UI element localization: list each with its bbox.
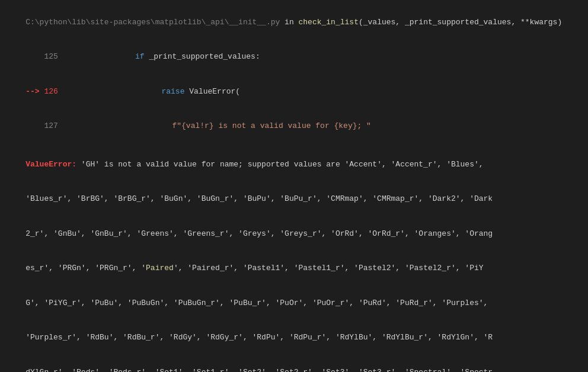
if-keyword: if <box>135 52 145 61</box>
fstring: f"{val!r} is not a valid value for {key}… <box>172 121 370 130</box>
error-cont-1: 'Blues_r', 'BrBG', 'BrBG_r', 'BuGn', 'Bu… <box>7 182 581 217</box>
raise-keyword: raise <box>161 87 184 96</box>
code-line-126-current: --> 126 raise ValueError( <box>7 74 581 109</box>
code-line-127: 127 f"{val!r} is not a valid value for {… <box>7 109 581 144</box>
params: (_values, _print_supported_values, **kwa… <box>359 18 562 27</box>
line-number-127: 127 <box>25 120 61 132</box>
error-cont-6: dYlGn_r', 'Reds', 'Reds_r', 'Set1', 'Set… <box>7 355 581 372</box>
terminal-output: C:\python\lib\site-packages\matplotlib\_… <box>0 0 588 372</box>
paired-highlight: Paired <box>146 264 174 272</box>
error-message: 'GH' is not a valid value for name; supp… <box>76 160 484 169</box>
arrow-indicator: --> <box>25 87 44 96</box>
error-cont-3: es_r', 'PRGn', 'PRGn_r', 'Paired', 'Pair… <box>7 251 581 286</box>
function-name: check_in_list <box>299 18 359 27</box>
code-line-125: 125 if _print_supported_values: <box>7 40 581 75</box>
in-keyword: in <box>280 18 298 27</box>
value-error-main: ValueError: 'GH' is not a valid value fo… <box>7 147 581 182</box>
line-number-126: 126 <box>44 86 69 98</box>
path-line: C:\python\lib\site-packages\matplotlib\_… <box>7 5 581 40</box>
path-text: C:\python\lib\site-packages\matplotlib\_… <box>25 18 280 27</box>
error-type-label: ValueError: <box>25 160 76 169</box>
error-cont-5: 'Purples_r', 'RdBu', 'RdBu_r', 'RdGy', '… <box>7 320 581 355</box>
error-cont-4: G', 'PiYG_r', 'PuBu', 'PuBuGn', 'PuBuGn_… <box>7 286 581 320</box>
line-number-125: 125 <box>25 51 61 63</box>
error-cont-2: 2_r', 'GnBu', 'GnBu_r', 'Greens', 'Green… <box>7 216 581 251</box>
